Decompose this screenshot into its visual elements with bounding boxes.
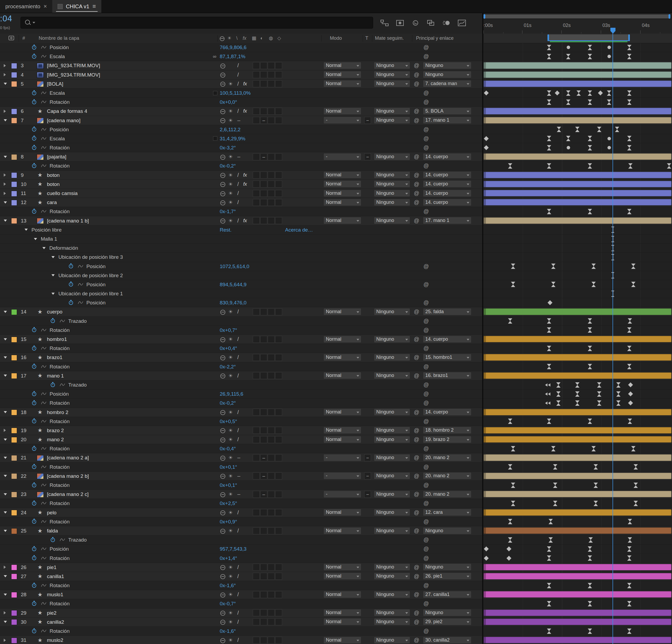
trkmat-toggle[interactable]: – — [364, 153, 371, 160]
collapse-transformations-icon[interactable]: ☀ — [228, 353, 233, 362]
quality-icon[interactable]: / — [237, 371, 239, 380]
keyframe-icon[interactable] — [566, 91, 571, 96]
shy-icon[interactable] — [220, 218, 225, 224]
property-pickwhip-icon[interactable]: @ — [423, 599, 429, 608]
fx-badge-icon[interactable]: fx — [243, 107, 247, 116]
label-swatch[interactable] — [11, 473, 17, 479]
shy-icon[interactable] — [220, 182, 225, 187]
layer-name[interactable]: pelo — [47, 508, 57, 517]
layer-row[interactable]: 14★cuerpo☀/NormalNinguno@25. falda — [0, 307, 482, 317]
group-name[interactable]: Ubicación de posición libre 3 — [58, 253, 123, 261]
quality-icon[interactable]: / — [237, 508, 239, 517]
property-row[interactable]: Rotación0x+0,0°@ — [0, 98, 482, 107]
label-swatch[interactable] — [11, 592, 17, 598]
keyframe-icon[interactable] — [667, 163, 671, 169]
layer-name[interactable]: [cadena mano] — [47, 116, 81, 125]
graph-icon[interactable] — [41, 547, 46, 551]
twirl-icon[interactable] — [4, 439, 7, 441]
stopwatch-icon[interactable] — [32, 556, 36, 560]
keyframe-icon[interactable] — [484, 91, 489, 95]
blend-mode-select[interactable]: Normal — [323, 408, 361, 416]
blend-mode-select[interactable]: Normal — [323, 563, 361, 571]
blend-mode-select[interactable]: Normal — [323, 71, 361, 78]
property-pickwhip-icon[interactable]: @ — [423, 344, 429, 353]
quality-icon[interactable]: / — [237, 307, 239, 316]
layer-row[interactable]: 27★canilla1☀/NormalNinguno@26. pie1 — [0, 572, 482, 581]
keyframe-icon[interactable] — [628, 519, 632, 524]
keyframe-icon[interactable] — [616, 401, 621, 406]
property-row[interactable]: Escala100,5,113,0%@ — [0, 88, 482, 98]
keyframe-icon[interactable] — [588, 327, 592, 333]
graph-icon[interactable] — [41, 483, 46, 487]
parent-select[interactable]: 14. cuerpo — [423, 171, 471, 178]
property-pickwhip-icon[interactable]: @ — [423, 134, 429, 143]
layer-switch-box[interactable] — [275, 527, 282, 534]
shy-icon[interactable] — [220, 620, 225, 625]
parent-pickwhip-icon[interactable]: @ — [414, 198, 419, 207]
parent-select[interactable]: 29. pie2 — [423, 618, 471, 625]
layer-switch-box[interactable] — [253, 354, 260, 361]
blend-mode-select[interactable]: Normal — [323, 618, 361, 625]
shy-icon[interactable] — [220, 191, 225, 196]
keyframe-icon[interactable] — [631, 446, 635, 451]
twirl-icon[interactable] — [4, 201, 7, 204]
layer-row[interactable]: 18★hombro 2☀/NormalNinguno@14. cuerpo — [0, 408, 482, 417]
twirl-icon[interactable] — [4, 356, 7, 359]
twirl-icon[interactable] — [43, 247, 46, 249]
property-row[interactable]: Rotación0x+0,1°@ — [0, 463, 482, 472]
layer-switch-box[interactable] — [260, 62, 267, 69]
layer-name[interactable]: brazo1 — [47, 353, 62, 362]
layer-switch-box[interactable] — [275, 573, 282, 580]
parent-select[interactable]: 14. cuerpo — [423, 199, 471, 206]
keyframe-icon[interactable] — [547, 583, 551, 588]
parent-select[interactable]: 14. cuerpo — [423, 408, 471, 416]
layer-switch-box[interactable] — [253, 618, 260, 625]
keyframe-icon[interactable] — [556, 401, 561, 406]
timeline-layer-track[interactable] — [483, 426, 672, 435]
label-swatch[interactable] — [11, 409, 17, 415]
layer-duration-bar[interactable] — [483, 81, 671, 87]
keyframe-icon[interactable] — [547, 346, 551, 351]
keyframe-icon[interactable] — [547, 136, 551, 141]
shy-layers-icon[interactable] — [411, 19, 420, 27]
layer-switch-box[interactable] — [275, 591, 282, 598]
collapse-transformations-icon[interactable]: ☀ — [228, 198, 233, 207]
keyframe-icon[interactable] — [545, 392, 550, 396]
property-name[interactable]: Posición — [50, 390, 69, 398]
layer-duration-bar[interactable] — [483, 336, 671, 342]
keyframe-icon[interactable] — [508, 419, 512, 424]
quality-icon[interactable]: – — [237, 472, 240, 480]
keyframe-icon[interactable] — [634, 501, 638, 506]
twirl-icon[interactable] — [4, 338, 7, 341]
timeline-layer-track[interactable] — [483, 152, 672, 162]
track-matte-select[interactable]: Ninguno — [374, 509, 410, 516]
layer-switch-box[interactable] — [268, 117, 275, 124]
property-pickwhip-icon[interactable]: @ — [423, 398, 429, 407]
keyframe-icon[interactable] — [627, 346, 632, 351]
layer-name[interactable]: [cadena mano 1 b] — [47, 216, 89, 225]
timeline-layer-track[interactable] — [483, 180, 672, 189]
quality-icon[interactable]: / — [237, 609, 239, 617]
parent-pickwhip-icon[interactable]: @ — [414, 572, 419, 581]
stopwatch-icon[interactable] — [69, 264, 73, 269]
label-swatch[interactable] — [11, 528, 17, 534]
layer-switch-box[interactable] — [253, 372, 260, 379]
tab-label[interactable]: CHICA v1 — [66, 3, 89, 10]
layer-name[interactable]: mano 2 — [47, 435, 64, 444]
keyframe-icon[interactable] — [627, 546, 632, 552]
track-matte-select[interactable]: Ninguno — [374, 491, 410, 498]
layer-switch-box[interactable] — [268, 108, 275, 115]
twirl-icon[interactable] — [51, 256, 55, 258]
quality-icon[interactable]: / — [237, 426, 239, 435]
property-name[interactable]: Escala — [50, 52, 65, 61]
blend-mode-select[interactable]: Normal — [323, 636, 361, 644]
collapse-transformations-icon[interactable]: ☀ — [228, 80, 233, 88]
time-navigator[interactable] — [483, 14, 670, 19]
twirl-icon[interactable] — [4, 530, 7, 532]
layer-name[interactable]: hombro 2 — [47, 408, 68, 417]
layer-switch-box[interactable] — [268, 509, 275, 516]
keyframe-icon[interactable] — [616, 382, 621, 387]
layer-row[interactable]: 20★mano 2☀/NormalNinguno@19. brazo 2 — [0, 435, 482, 444]
blend-mode-select[interactable]: - — [323, 472, 361, 479]
trkmat-toggle[interactable]: – — [364, 454, 371, 461]
